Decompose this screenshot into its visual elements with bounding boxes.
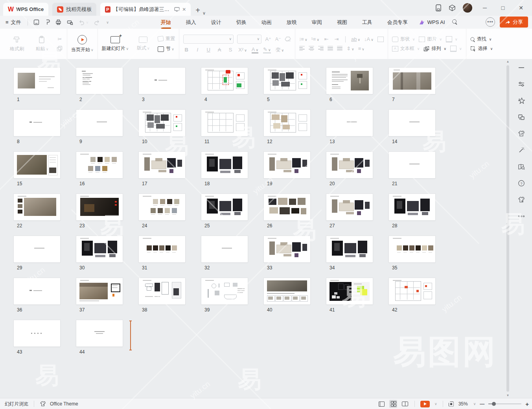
- slide-preview[interactable]: [264, 152, 310, 178]
- slide-preview[interactable]: [326, 194, 373, 220]
- slide-preview[interactable]: [389, 68, 435, 94]
- vertical-scrollbar[interactable]: ▲ ▼: [506, 60, 510, 397]
- slide-preview[interactable]: [139, 68, 185, 94]
- slide-preview[interactable]: [139, 236, 185, 262]
- slide-preview[interactable]: [389, 152, 435, 178]
- slide-preview[interactable]: [326, 68, 373, 94]
- sidebar-more-icon[interactable]: [517, 212, 525, 220]
- slide-thumbnail-4[interactable]: 4: [201, 68, 248, 101]
- tab-home[interactable]: 开始: [160, 17, 172, 28]
- shapes-button[interactable]: 形状∨: [392, 36, 415, 42]
- slide-thumbnail-14[interactable]: 14: [389, 110, 435, 143]
- slide-thumbnail-32[interactable]: 32: [201, 236, 248, 269]
- vertical-text-button[interactable]: ↓A∨: [364, 36, 374, 42]
- tab-list-chevron-icon[interactable]: ∨: [202, 11, 206, 16]
- zoom-chevron-icon[interactable]: ∨: [473, 402, 476, 406]
- help-icon[interactable]: ?: [517, 179, 525, 187]
- strikethrough-button[interactable]: S: [227, 47, 234, 53]
- slide-thumbnail-17[interactable]: 17: [139, 152, 185, 185]
- slide-thumbnail-44[interactable]: 44: [76, 320, 123, 353]
- play-options-chevron-icon[interactable]: ∨: [434, 402, 437, 406]
- slide-thumbnail-34[interactable]: 34: [326, 236, 373, 269]
- slide-preview[interactable]: [326, 110, 373, 136]
- export-pdf-icon[interactable]: [45, 19, 50, 25]
- slide-preview[interactable]: [14, 236, 60, 262]
- slide-preview[interactable]: [201, 194, 248, 220]
- slide-background-button[interactable]: ∨: [450, 46, 462, 52]
- slide-thumbnail-13[interactable]: 13: [326, 110, 373, 143]
- slide-thumbnail-11[interactable]: 11: [201, 110, 248, 143]
- tab-transition[interactable]: 切换: [236, 17, 247, 28]
- user-avatar[interactable]: [463, 3, 472, 13]
- section-button[interactable]: 节∨: [158, 46, 175, 52]
- slide-preview[interactable]: [14, 152, 60, 178]
- zoom-out-button[interactable]: —: [480, 401, 484, 407]
- undo-chevron-icon[interactable]: ∨: [86, 20, 89, 24]
- smart-beautify-icon[interactable]: [517, 146, 525, 154]
- slide-thumbnail-5[interactable]: 5: [264, 68, 310, 101]
- slide-preview[interactable]: [264, 110, 310, 136]
- italic-button[interactable]: I: [194, 47, 201, 53]
- slide-thumbnail-23[interactable]: 23: [76, 194, 123, 227]
- slide-preview[interactable]: [14, 110, 60, 136]
- slide-preview[interactable]: [139, 152, 185, 178]
- slide-preview[interactable]: [139, 278, 185, 304]
- text-direction-button[interactable]: ab∨: [351, 36, 360, 42]
- slide-thumbnail-21[interactable]: 21: [389, 152, 435, 185]
- line-spacing-button[interactable]: ⇕∨: [346, 46, 354, 52]
- tab-document[interactable]: P 【可编辑】鼎峰源著三期3-A栋 ✕: [100, 3, 191, 16]
- select-button[interactable]: 选择∨: [470, 45, 493, 52]
- slide-thumbnail-19[interactable]: 19: [264, 152, 310, 185]
- slide-thumbnail-12[interactable]: 12: [264, 110, 310, 143]
- tab-review[interactable]: 审阅: [311, 17, 323, 28]
- align-left-button[interactable]: [299, 45, 305, 52]
- slide-thumbnail-7[interactable]: 7: [389, 68, 435, 101]
- slide-thumbnail-15[interactable]: 15: [14, 152, 60, 185]
- slideshow-play-button[interactable]: [420, 401, 430, 407]
- tab-member[interactable]: 会员专享: [387, 17, 409, 28]
- slide-preview[interactable]: [201, 236, 248, 262]
- transition-icon[interactable]: [517, 113, 525, 121]
- design-tools-icon[interactable]: [517, 130, 525, 138]
- bullet-list-button[interactable]: ⁝≡∨: [299, 36, 307, 42]
- slide-preview[interactable]: [201, 152, 248, 178]
- zoom-slider[interactable]: [488, 403, 521, 404]
- copy-icon[interactable]: [57, 46, 63, 52]
- slide-preview[interactable]: [201, 110, 248, 136]
- search-icon[interactable]: [452, 19, 457, 24]
- justify-button[interactable]: [328, 45, 333, 52]
- slide-preview[interactable]: [14, 320, 60, 346]
- slide-preview[interactable]: [76, 68, 123, 94]
- increase-font-button[interactable]: A⁺: [265, 36, 271, 42]
- picture-button[interactable]: 图片∨: [419, 36, 442, 42]
- slide-thumbnail-16[interactable]: 16: [76, 152, 123, 185]
- print-icon[interactable]: [55, 19, 61, 25]
- close-button[interactable]: ✕: [515, 5, 526, 11]
- wps-ai-button[interactable]: WPS AI: [419, 19, 445, 25]
- tab-animation[interactable]: 动画: [261, 17, 272, 28]
- paste-button[interactable]: 粘贴∨: [31, 36, 53, 52]
- slide-preview[interactable]: [14, 194, 60, 220]
- play-from-current-button[interactable]: 当页开始∨: [71, 35, 94, 53]
- qat-more-chevron-icon[interactable]: ∨: [106, 20, 109, 24]
- slide-thumbnail-29[interactable]: 29: [14, 236, 60, 269]
- slide-preview[interactable]: [139, 194, 185, 220]
- redo-icon[interactable]: [94, 20, 100, 25]
- slide-sorter-view-button[interactable]: [389, 400, 397, 408]
- paragraph-settings-button[interactable]: ≡∨: [358, 46, 364, 52]
- slide-thumbnail-8[interactable]: 8: [14, 110, 60, 143]
- shadow-button[interactable]: A: [216, 47, 223, 53]
- slide-thumbnail-33[interactable]: 33: [264, 236, 310, 269]
- present-device-icon[interactable]: [174, 7, 180, 12]
- tab-view[interactable]: 视图: [336, 17, 348, 28]
- slide-preview[interactable]: [389, 110, 435, 136]
- tab-slideshow[interactable]: 放映: [286, 17, 298, 28]
- slide-preview[interactable]: [326, 152, 373, 178]
- slide-preview[interactable]: [14, 68, 60, 94]
- properties-icon[interactable]: [517, 80, 525, 88]
- slide-preview[interactable]: [76, 194, 123, 220]
- reader-view-icon[interactable]: [517, 163, 525, 171]
- slide-thumbnail-43[interactable]: 43: [14, 320, 60, 353]
- underline-button[interactable]: U: [205, 47, 212, 53]
- slide-thumbnail-31[interactable]: 31: [139, 236, 185, 269]
